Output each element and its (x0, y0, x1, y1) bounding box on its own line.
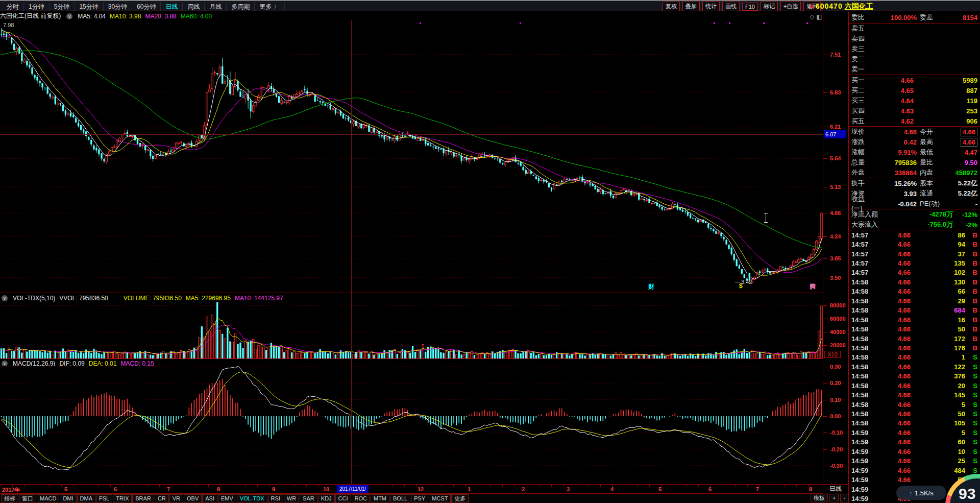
crosshair-vertical (351, 20, 352, 484)
period-high-label: 7.98 (3, 22, 14, 28)
axis-tick (823, 158, 827, 159)
news-marker-teng[interactable]: 腾 (810, 282, 816, 291)
axis-label: 0.00 (830, 413, 841, 419)
period-menu-item[interactable]: 5分钟 (50, 3, 75, 11)
axis-tick (823, 305, 827, 306)
period-menu-item[interactable]: 更多 〉 (255, 3, 284, 11)
period-menu-item[interactable]: 日线 (161, 3, 183, 11)
indicator-tab[interactable]: MCST (429, 494, 451, 503)
news-marker-dividend[interactable]: $ (739, 282, 743, 290)
axis-tick (823, 278, 827, 278)
topbar-button[interactable]: 统计 (702, 2, 720, 11)
indicator-tab[interactable]: KDJ (318, 494, 335, 503)
tick-row: 14:58 4.66 50 B (849, 324, 980, 333)
topbar-button[interactable]: F10 (742, 3, 758, 11)
network-speed-value: 1.5K/s (915, 489, 934, 497)
period-menu-item[interactable]: 15分钟 (75, 3, 103, 11)
period-menu-item[interactable]: 60分钟 (132, 3, 161, 11)
buy-row: 买五 4.62 906 (849, 116, 980, 126)
indicator-tab[interactable]: SAR (300, 494, 317, 503)
weibi-label: 委比 (851, 13, 875, 22)
indicator-tab[interactable]: VR (169, 494, 183, 503)
tick-row: 14:58 4.66 1 S (849, 353, 980, 362)
date-month-label: 4 (610, 486, 614, 492)
date-month-label: 6 (114, 486, 117, 492)
collapse-icon[interactable]: ∨ (66, 13, 72, 19)
indicator-tab[interactable]: VOL-TDX (237, 494, 267, 503)
ex-right-dot (806, 22, 808, 24)
indicator-tab[interactable]: WR (284, 494, 299, 503)
period-menu-item[interactable]: 分时 (2, 3, 24, 11)
indicator-tab[interactable]: FSL (96, 494, 112, 503)
gauge-score: 93 (959, 485, 975, 502)
axis-tick (823, 416, 827, 417)
period-menu-item[interactable]: 30分钟 (104, 3, 132, 11)
indicator-tab[interactable]: MACD (37, 494, 59, 503)
toolbar-right-button[interactable]: 模板 (811, 494, 828, 502)
ma60-value: MA60: 4.00 (181, 13, 212, 20)
indicator-tab[interactable]: 窗口 (19, 494, 36, 503)
indicator-tab[interactable]: 指标 (1, 494, 18, 503)
tick-row: 14:58 4.66 105 S (849, 419, 980, 428)
axis-label: 4.66 (830, 210, 841, 216)
indicator-tab[interactable]: ROC (352, 494, 370, 503)
indicator-tab[interactable]: DMA (77, 494, 95, 503)
indicator-tab[interactable]: CCI (335, 494, 351, 503)
period-menu-item[interactable]: 月线 (205, 3, 227, 11)
indicator-tab[interactable]: DMI (60, 494, 76, 503)
quote-info-grid: 现价 4.66 今开 4.66 涨跌 0.42 最高 4.66 涨幅 9.91%… (849, 127, 980, 178)
indicator-tab[interactable]: EMV (218, 494, 236, 503)
network-speed-widget[interactable]: ↑ 1.5K/s (896, 486, 946, 500)
candlestick-chart[interactable] (0, 20, 823, 292)
ex-right-dot (729, 22, 730, 24)
topbar-button[interactable]: 标记 (761, 2, 778, 11)
indicator-tab[interactable]: TRIX (113, 494, 132, 503)
axis-label: 6.83 (830, 89, 841, 95)
quote-info-row: 涨跌 0.42 最高 4.66 (849, 137, 980, 147)
axis-label: 0.30 (830, 364, 841, 370)
axis-label: 20000 (830, 342, 846, 348)
toolbar-right-button[interactable]: - (840, 494, 848, 502)
topbar-button[interactable]: +自选 (780, 2, 801, 11)
date-month-label: 2 (522, 486, 525, 492)
diamond-icon[interactable]: ◇ (810, 13, 816, 20)
indicator-tab[interactable]: ASI (202, 494, 217, 503)
crosshair-horizontal (0, 134, 823, 135)
indicator-tab[interactable]: PSY (411, 494, 428, 503)
period-label-cell[interactable]: 日线 (823, 484, 848, 493)
macd-chart[interactable] (0, 366, 823, 484)
topbar-button[interactable]: 复权 (663, 2, 680, 11)
volume-unit-box: X10 (824, 351, 841, 358)
ma10-value: MA10: 3.98 (110, 13, 141, 20)
indicator-tab[interactable]: 更多 (451, 494, 469, 503)
period-menu-item[interactable]: 周线 (183, 3, 205, 11)
collapse-icon[interactable]: ∨ (2, 295, 8, 301)
indicator-tab[interactable]: RSI (268, 494, 283, 503)
weicha-label: 委差 (920, 13, 945, 22)
date-month-label: 7 (756, 486, 759, 492)
chart-tool-icons[interactable]: ◇◧ (810, 13, 824, 20)
tick-row: 14:58 4.66 684 B (849, 306, 980, 315)
period-menu-item[interactable]: 多周期 (227, 3, 255, 11)
indicator-tab[interactable]: MTM (371, 494, 389, 503)
axis-tick (823, 319, 827, 319)
indicator-tab[interactable]: BRAR (132, 494, 154, 503)
tick-row: 14:59 4.66 60 S (849, 438, 980, 447)
news-marker-cai[interactable]: 财 (648, 282, 654, 291)
indicator-tab[interactable]: OBV (184, 494, 202, 503)
tick-row: 14:58 4.66 145 S (849, 390, 980, 399)
stock-name[interactable]: 六国化工 (845, 2, 873, 11)
volume-chart[interactable] (0, 302, 823, 358)
crosshair-date-box: 2017/11/01/三 (337, 485, 369, 493)
toolbar-right-button[interactable]: + (829, 494, 839, 502)
period-menu-item[interactable]: 1分钟 (24, 3, 50, 11)
tick-row: 14:57 4.66 37 B (849, 249, 980, 258)
top-menu-bar: 分时1分钟5分钟15分钟30分钟60分钟日线周线月线多周期更多 〉 复权叠加统计… (0, 0, 980, 11)
indicator-tab[interactable]: CR (155, 494, 169, 503)
collapse-icon[interactable]: ∨ (2, 361, 8, 367)
date-month-label: 8 (809, 486, 812, 492)
topbar-button[interactable]: 画线 (722, 2, 740, 11)
fundamental-grid: 换手 15.26% 股本 5.22亿 净资 3.93 流通 5.22亿 收益(一… (849, 178, 980, 209)
topbar-button[interactable]: 叠加 (682, 2, 700, 11)
indicator-tab[interactable]: BOLL (390, 494, 410, 503)
